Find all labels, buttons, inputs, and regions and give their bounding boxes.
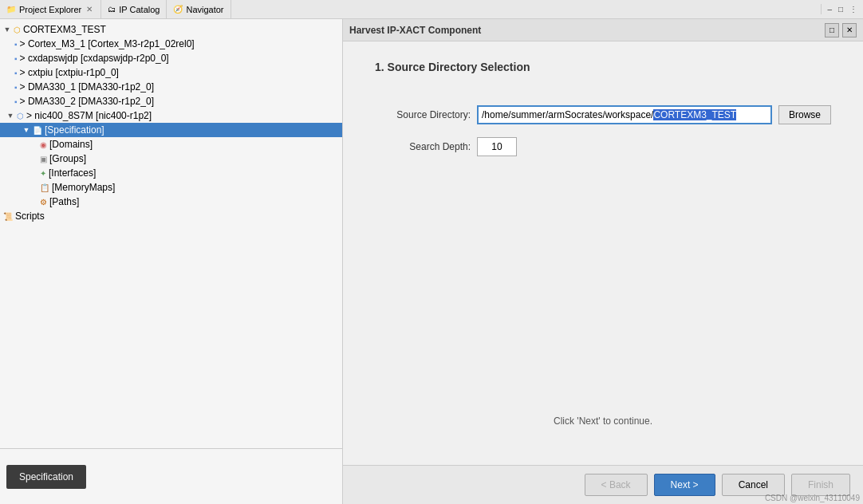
tab-ip-catalog-label: IP Catalog [119,5,160,14]
back-button[interactable]: < Back [585,474,648,496]
left-panel: ▼ ⬡ CORTEXM3_TEST ▪ > Cortex_M3_1 [Corte… [0,19,343,504]
component-icon-6: ⬡ [17,112,24,120]
tree-label-groups: [Groups] [49,153,86,164]
tree-item-domains[interactable]: ◉ [Domains] [0,137,342,152]
tree-label-cxtpiu: > cxtpiu [cxtpiu-r1p0_0] [20,67,119,78]
step-title: 1. Source Directory Selection [375,61,831,73]
root-expand-arrow: ▼ [3,26,11,33]
tab-project-explorer-label: Project Explorer [19,5,81,14]
dialog-restore-btn[interactable]: □ [825,23,839,37]
memmap-icon: 📋 [40,183,49,192]
root-icon: ⬡ [14,26,21,34]
tree-area: ▼ ⬡ CORTEXM3_TEST ▪ > Cortex_M3_1 [Corte… [0,19,342,448]
tree-item-scripts[interactable]: 📜 Scripts [0,209,342,223]
source-dir-row: Source Directory: Browse [375,105,831,124]
tab-navigator-label: Navigator [186,5,223,14]
main-area: ▼ ⬡ CORTEXM3_TEST ▪ > Cortex_M3_1 [Corte… [0,19,863,504]
dialog-content: 1. Source Directory Selection Source Dir… [343,41,863,465]
tree-item-dma330-1[interactable]: ▪ > DMA330_1 [DMA330-r1p2_0] [0,80,342,94]
cancel-button[interactable]: Cancel [722,474,785,496]
right-panel: Harvest IP-XACT Component □ ✕ 1. Source … [343,19,863,504]
bottom-panel: Specification [0,448,342,504]
minimize-window-btn[interactable]: – [825,4,834,14]
tree-label-paths: [Paths] [49,196,79,207]
project-explorer-icon: 📁 [6,5,16,14]
search-depth-label: Search Depth: [375,141,471,152]
toolbar-icons: – □ ⋮ [821,4,863,14]
tree-label-domains: [Domains] [49,139,93,150]
source-dir-input[interactable] [477,105,772,124]
next-button[interactable]: Next > [654,474,715,496]
search-depth-row: Search Depth: [375,137,831,156]
browse-button[interactable]: Browse [778,105,831,124]
component-icon-5: ▪ [14,97,18,106]
tree-item-cortex-m3-1[interactable]: ▪ > Cortex_M3_1 [Cortex_M3-r2p1_02rel0] [0,37,342,51]
finish-button[interactable]: Finish [791,474,850,496]
spec-icon: 📄 [33,126,42,135]
tree-label-memorymaps: [MemoryMaps] [52,182,115,193]
search-depth-input[interactable] [477,137,517,156]
tree-item-paths[interactable]: ⚙ [Paths] [0,195,342,209]
tree-root-label: CORTEXM3_TEST [23,24,106,35]
domain-icon: ◉ [40,140,47,149]
component-icon-3: ▪ [14,69,18,77]
tree-label-scripts: Scripts [15,211,45,222]
tab-ip-catalog[interactable]: 🗂 IP Catalog [101,0,167,18]
tabs-area: 📁 Project Explorer ✕ 🗂 IP Catalog 🧭 Navi… [0,0,821,18]
scripts-icon: 📜 [3,212,13,221]
tree-label-specification: [Specification] [45,124,104,136]
interface-icon: ✦ [40,169,46,178]
specification-button[interactable]: Specification [6,465,86,489]
tree-item-groups[interactable]: ▣ [Groups] [0,152,342,166]
tree-item-cxtpiu[interactable]: ▪ > cxtpiu [cxtpiu-r1p0_0] [0,65,342,80]
tree-label-interfaces: [Interfaces] [49,167,96,179]
path-icon: ⚙ [40,198,47,207]
navigator-icon: 🧭 [173,5,183,14]
source-dir-label: Source Directory: [375,109,471,120]
dialog-title: Harvest IP-XACT Component [349,25,481,36]
tree-label-dma330-1: > DMA330_1 [DMA330-r1p2_0] [20,81,154,93]
dialog-controls: □ ✕ [825,23,857,37]
dialog-titlebar: Harvest IP-XACT Component □ ✕ [343,19,863,41]
watermark: CSDN @weixin_43110049 [765,494,860,502]
tree-item-cxdapswjdp[interactable]: ▪ > cxdapswjdp [cxdapswjdp-r2p0_0] [0,51,342,65]
tab-close-project-explorer[interactable]: ✕ [85,4,94,14]
tree-item-specification[interactable]: ▼ 📄 [Specification] [0,123,342,137]
component-icon-2: ▪ [14,54,18,63]
tree-label-cxdapswjdp: > cxdapswjdp [cxdapswjdp-r2p0_0] [20,53,169,64]
tree-label-nic400: > nic400_8S7M [nic400-r1p2] [26,110,152,121]
tree-label-dma330-2: > DMA330_2 [DMA330-r1p2_0] [20,96,154,107]
restore-window-btn[interactable]: □ [836,4,845,14]
dialog-close-btn[interactable]: ✕ [842,23,857,37]
spec-expand-arrow: ▼ [22,126,30,134]
tree-item-dma330-2[interactable]: ▪ > DMA330_2 [DMA330-r1p2_0] [0,94,342,108]
group-icon: ▣ [40,155,47,163]
tree-root[interactable]: ▼ ⬡ CORTEXM3_TEST [0,22,342,37]
tree-label-cortex-m3-1: > Cortex_M3_1 [Cortex_M3-r2p1_02rel0] [20,38,195,49]
ip-catalog-icon: 🗂 [108,5,116,14]
tree-item-nic400[interactable]: ▼ ⬡ > nic400_8S7M [nic400-r1p2] [0,108,342,123]
title-bar: 📁 Project Explorer ✕ 🗂 IP Catalog 🧭 Navi… [0,0,863,19]
component-icon-4: ▪ [14,83,18,92]
component-icon-1: ▪ [14,40,18,49]
tree-item-memorymaps[interactable]: 📋 [MemoryMaps] [0,180,342,195]
hint-text: Click 'Next' to continue. [375,415,831,446]
menu-btn[interactable]: ⋮ [847,4,860,14]
tab-navigator[interactable]: 🧭 Navigator [167,0,231,18]
tab-project-explorer[interactable]: 📁 Project Explorer ✕ [0,0,101,18]
tree-item-interfaces[interactable]: ✦ [Interfaces] [0,166,342,180]
nic400-expand-arrow: ▼ [6,112,14,120]
